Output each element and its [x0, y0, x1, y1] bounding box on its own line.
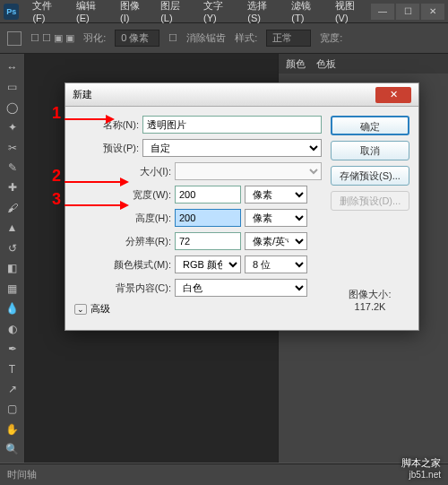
annotation-arrow-2 — [65, 176, 129, 186]
save-preset-button[interactable]: 存储预设(S)... — [331, 166, 409, 186]
healing-tool-icon[interactable]: ✚ — [2, 178, 23, 197]
app-logo: Ps — [4, 4, 19, 20]
lasso-tool-icon[interactable]: ◯ — [2, 98, 23, 117]
image-size-value: 117.2K — [331, 301, 409, 312]
style-label: 样式: — [235, 31, 257, 45]
preset-select[interactable]: 自定 — [142, 139, 322, 157]
marquee-tool-icon[interactable]: ▭ — [2, 77, 23, 96]
minimize-button[interactable]: — — [371, 4, 394, 20]
move-tool-icon[interactable]: ↔ — [2, 57, 23, 76]
style-select[interactable]: 正常 — [266, 30, 311, 47]
menu-layer[interactable]: 图层(L) — [156, 0, 195, 25]
dodge-tool-icon[interactable]: ◐ — [2, 319, 23, 338]
annotation-arrow-3 — [65, 199, 129, 210]
gradient-tool-icon[interactable]: ▦ — [2, 279, 23, 298]
shape-tool-icon[interactable]: ▢ — [2, 400, 23, 419]
menu-view[interactable]: 视图(V) — [331, 0, 371, 25]
stamp-tool-icon[interactable]: ▲ — [2, 219, 23, 238]
tab-swatches[interactable]: 色板 — [316, 57, 336, 71]
hand-tool-icon[interactable]: ✋ — [2, 420, 23, 438]
blur-tool-icon[interactable]: 💧 — [2, 299, 23, 317]
selection-mode-icons[interactable]: ☐ ☐ ▣ ▣ — [30, 32, 74, 44]
ok-button[interactable]: 确定 — [331, 116, 409, 135]
height-label: 高度(H): — [74, 212, 171, 225]
size-select — [175, 162, 322, 180]
status-bar: 时间轴 — [0, 463, 448, 485]
cancel-button[interactable]: 取消 — [331, 141, 409, 160]
annotation-number-2: 2 — [52, 167, 61, 186]
watermark: 脚本之家 jb51.net — [401, 455, 441, 480]
height-unit-select[interactable]: 像素 — [245, 209, 307, 227]
menu-filter[interactable]: 滤镜(T) — [287, 0, 327, 25]
menu-file[interactable]: 文件(F) — [28, 0, 68, 25]
zoom-tool-icon[interactable]: 🔍 — [2, 440, 23, 459]
menu-select[interactable]: 选择(S) — [243, 0, 283, 25]
tab-color[interactable]: 颜色 — [286, 57, 306, 71]
menu-bar: 文件(F) 编辑(E) 图像(I) 图层(L) 文字(Y) 选择(S) 滤镜(T… — [28, 0, 371, 25]
antialias-checkbox[interactable]: ☐ — [168, 32, 177, 44]
type-tool-icon[interactable]: T — [2, 359, 23, 378]
maximize-button[interactable]: ☐ — [396, 4, 419, 20]
color-mode-select[interactable]: RGB 颜色 — [175, 255, 241, 273]
advanced-toggle-icon[interactable]: ⌄ — [74, 304, 87, 315]
menu-type[interactable]: 文字(Y) — [199, 0, 239, 25]
name-input[interactable] — [142, 116, 322, 134]
color-mode-label: 颜色模式(M): — [74, 258, 171, 272]
path-tool-icon[interactable]: ↗ — [2, 379, 23, 398]
width-input[interactable] — [175, 186, 241, 204]
brush-tool-icon[interactable]: 🖌 — [2, 198, 23, 217]
preset-label: 预设(P): — [74, 142, 139, 155]
dialog-titlebar[interactable]: 新建 ✕ — [65, 83, 418, 107]
resolution-label: 分辨率(R): — [74, 235, 171, 248]
background-label: 背景内容(C): — [74, 281, 171, 295]
resolution-input[interactable] — [175, 232, 241, 250]
eyedropper-tool-icon[interactable]: ✎ — [2, 158, 23, 177]
timeline-tab[interactable]: 时间轴 — [7, 468, 37, 481]
marquee-tool-icon[interactable] — [7, 31, 22, 46]
annotation-number-3: 3 — [52, 190, 61, 209]
close-button[interactable]: ✕ — [421, 4, 444, 20]
annotation-number-1: 1 — [52, 104, 61, 123]
feather-label: 羽化: — [83, 31, 106, 45]
title-bar: Ps 文件(F) 编辑(E) 图像(I) 图层(L) 文字(Y) 选择(S) 滤… — [0, 0, 448, 23]
background-select[interactable]: 白色 — [175, 279, 307, 297]
width-label: 宽度: — [320, 31, 342, 45]
height-input[interactable] — [175, 209, 241, 227]
window-controls: — ☐ ✕ — [371, 4, 444, 20]
pen-tool-icon[interactable]: ✒ — [2, 339, 23, 358]
tools-panel: ↔ ▭ ◯ ✦ ✂ ✎ ✚ 🖌 ▲ ↺ ◧ ▦ 💧 ◐ ✒ T ↗ ▢ ✋ 🔍 — [0, 54, 25, 463]
advanced-label[interactable]: 高级 — [90, 302, 110, 316]
resolution-unit-select[interactable]: 像素/英寸 — [245, 232, 307, 250]
crop-tool-icon[interactable]: ✂ — [2, 138, 23, 157]
dialog-close-button[interactable]: ✕ — [375, 87, 411, 103]
feather-value[interactable]: 0 像素 — [115, 30, 159, 47]
bit-depth-select[interactable]: 8 位 — [245, 255, 307, 273]
wand-tool-icon[interactable]: ✦ — [2, 117, 23, 136]
width-unit-select[interactable]: 像素 — [245, 186, 307, 204]
delete-preset-button: 删除预设(D)... — [331, 191, 409, 211]
image-size-label: 图像大小: — [331, 288, 409, 301]
menu-edit[interactable]: 编辑(E) — [72, 0, 112, 25]
panel-tabs: 颜色 色板 — [279, 54, 448, 74]
eraser-tool-icon[interactable]: ◧ — [2, 259, 23, 278]
options-bar: ☐ ☐ ▣ ▣ 羽化: 0 像素 ☐ 消除锯齿 样式: 正常 宽度: — [0, 23, 448, 54]
menu-image[interactable]: 图像(I) — [116, 0, 152, 25]
history-brush-icon[interactable]: ↺ — [2, 238, 23, 257]
antialias-label: 消除锯齿 — [186, 31, 226, 45]
annotation-arrow-1 — [65, 113, 115, 124]
dialog-title: 新建 — [73, 88, 92, 101]
